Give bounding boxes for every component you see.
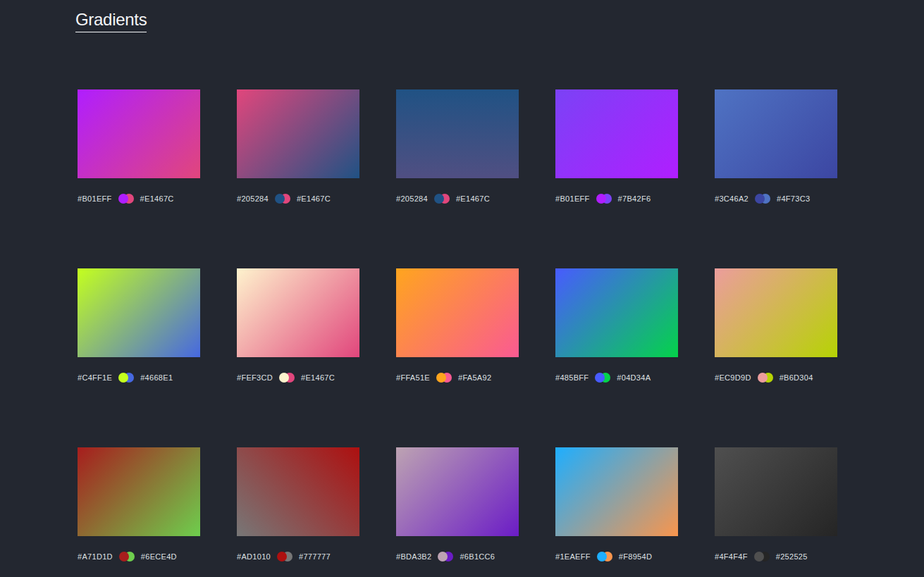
gradient-label: #485BFF #04D34A [555, 373, 678, 383]
gradient-hex-start: #C4FF1E [78, 373, 112, 382]
gradient-swatch[interactable] [78, 89, 200, 178]
gradient-card: #AD1010 #777777 [237, 447, 359, 562]
color-dot-pair [434, 194, 450, 204]
gradient-hex-end: #B6D304 [780, 373, 813, 382]
color-dot-pair [597, 552, 612, 562]
gradient-label: #BDA3B2 #6B1CC6 [396, 552, 519, 562]
gradient-card: #FFA51E #FA5A92 [396, 268, 519, 383]
gradient-card: #A71D1D #6ECE4D [78, 447, 200, 562]
color-dot-pair [596, 194, 612, 204]
start-color-dot-icon [118, 194, 128, 204]
gradient-hex-start: #B01EFF [555, 194, 590, 203]
start-color-dot-icon [758, 373, 768, 383]
color-dot-pair [438, 552, 453, 562]
start-color-dot-icon [596, 194, 606, 204]
color-dot-pair [758, 373, 773, 383]
gradient-hex-start: #1EAEFF [555, 552, 591, 561]
gradient-swatch[interactable] [555, 447, 678, 536]
gradient-label: #205284 #E1467C [396, 194, 519, 204]
start-color-dot-icon [436, 373, 446, 383]
color-dot-pair [754, 552, 770, 562]
gradient-hex-end: #E1467C [297, 194, 331, 203]
start-color-dot-icon [434, 194, 444, 204]
gradient-hex-start: #EC9D9D [715, 373, 751, 382]
gradient-hex-start: #FEF3CD [237, 373, 273, 382]
gradient-hex-end: #7B42F6 [618, 194, 651, 203]
color-dot-pair [275, 194, 290, 204]
gradient-card: #FEF3CD #E1467C [237, 268, 359, 383]
gradient-card: #205284 #E1467C [237, 89, 359, 204]
gradient-card: #C4FF1E #4668E1 [78, 268, 200, 383]
color-dot-pair [755, 194, 770, 204]
gradient-hex-end: #777777 [299, 552, 331, 561]
gradient-label: #4F4F4F #252525 [715, 552, 837, 562]
gradient-hex-start: #AD1010 [237, 552, 271, 561]
gradient-hex-end: #4F73C3 [777, 194, 810, 203]
gradient-swatch[interactable] [396, 447, 519, 536]
gradient-hex-start: #A71D1D [78, 552, 113, 561]
gradient-swatch[interactable] [78, 268, 200, 357]
gradient-label: #C4FF1E #4668E1 [78, 373, 200, 383]
gradient-card: #485BFF #04D34A [555, 268, 678, 383]
gradient-swatch[interactable] [237, 447, 359, 536]
start-color-dot-icon [119, 552, 129, 562]
color-dot-pair [595, 373, 610, 383]
gradient-hex-end: #F8954D [619, 552, 652, 561]
gradient-swatch[interactable] [715, 268, 837, 357]
gradient-hex-start: #FFA51E [396, 373, 430, 382]
start-color-dot-icon [275, 194, 285, 204]
gradient-hex-start: #205284 [396, 194, 428, 203]
gradient-hex-start: #B01EFF [78, 194, 112, 203]
gradient-label: #FEF3CD #E1467C [237, 373, 359, 383]
start-color-dot-icon [597, 552, 607, 562]
gradient-swatch[interactable] [237, 89, 359, 178]
gradient-hex-end: #E1467C [140, 194, 174, 203]
color-dot-pair [118, 373, 134, 383]
page-title: Gradients [75, 10, 147, 32]
gradient-hex-end: #4668E1 [140, 373, 173, 382]
gradient-swatch[interactable] [555, 268, 678, 357]
gradient-card: #3C46A2 #4F73C3 [715, 89, 837, 204]
gradient-card: #1EAEFF #F8954D [555, 447, 678, 562]
gradient-card: #B01EFF #E1467C [78, 89, 200, 204]
gradient-label: #B01EFF #7B42F6 [555, 194, 678, 204]
gradient-grid: #B01EFF #E1467C #205284 #E1467C #205284 [78, 89, 837, 562]
gradient-label: #1EAEFF #F8954D [555, 552, 678, 562]
gradient-hex-start: #485BFF [555, 373, 589, 382]
gradient-hex-start: #BDA3B2 [396, 552, 431, 561]
gradient-swatch[interactable] [237, 268, 359, 357]
gradient-hex-end: #252525 [776, 552, 808, 561]
gradient-label: #A71D1D #6ECE4D [78, 552, 200, 562]
gradient-card: #BDA3B2 #6B1CC6 [396, 447, 519, 562]
gradient-swatch[interactable] [715, 89, 837, 178]
gradient-label: #205284 #E1467C [237, 194, 359, 204]
gradient-swatch[interactable] [715, 447, 837, 536]
gradient-card: #205284 #E1467C [396, 89, 519, 204]
gradient-swatch[interactable] [78, 447, 200, 536]
gradient-hex-end: #6B1CC6 [460, 552, 495, 561]
gradient-hex-start: #205284 [237, 194, 269, 203]
color-dot-pair [279, 373, 295, 383]
color-dot-pair [118, 194, 134, 204]
gradient-hex-end: #E1467C [456, 194, 490, 203]
color-dot-pair [436, 373, 452, 383]
start-color-dot-icon [279, 373, 289, 383]
gradient-hex-start: #4F4F4F [715, 552, 748, 561]
gradient-card: #4F4F4F #252525 [715, 447, 837, 562]
gradient-hex-end: #FA5A92 [458, 373, 491, 382]
gradient-card: #B01EFF #7B42F6 [555, 89, 678, 204]
start-color-dot-icon [277, 552, 287, 562]
gradient-label: #3C46A2 #4F73C3 [715, 194, 837, 204]
gradient-label: #EC9D9D #B6D304 [715, 373, 837, 383]
gradient-label: #B01EFF #E1467C [78, 194, 200, 204]
gradient-hex-end: #E1467C [301, 373, 335, 382]
gradient-card: #EC9D9D #B6D304 [715, 268, 837, 383]
start-color-dot-icon [755, 194, 765, 204]
gradient-hex-end: #6ECE4D [141, 552, 177, 561]
color-dot-pair [119, 552, 135, 562]
gradient-swatch[interactable] [555, 89, 678, 178]
gradient-swatch[interactable] [396, 268, 519, 357]
gradient-label: #FFA51E #FA5A92 [396, 373, 519, 383]
gradient-swatch[interactable] [396, 89, 519, 178]
gradient-label: #AD1010 #777777 [237, 552, 359, 562]
